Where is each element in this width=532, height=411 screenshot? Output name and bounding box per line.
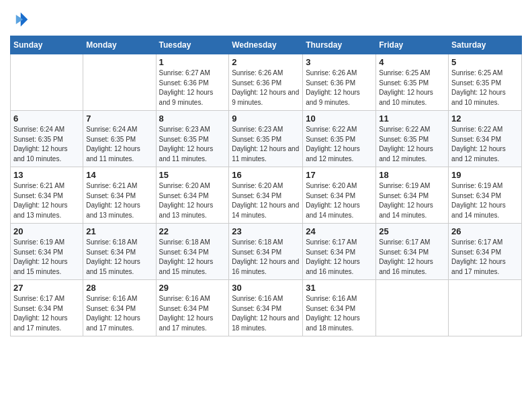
day-info: Sunrise: 6:22 AM Sunset: 6:35 PM Dayligh… [306,125,373,164]
day-info: Sunrise: 6:22 AM Sunset: 6:34 PM Dayligh… [451,125,519,164]
logo-icon [10,10,29,29]
day-number: 15 [159,170,226,180]
day-info: Sunrise: 6:23 AM Sunset: 6:35 PM Dayligh… [159,125,226,164]
day-info: Sunrise: 6:17 AM Sunset: 6:34 PM Dayligh… [306,238,373,277]
day-info: Sunrise: 6:26 AM Sunset: 6:36 PM Dayligh… [306,68,373,107]
day-info: Sunrise: 6:16 AM Sunset: 6:34 PM Dayligh… [232,294,300,333]
weekday-header-friday: Friday [376,36,449,54]
calendar-cell: 20Sunrise: 6:19 AM Sunset: 6:34 PM Dayli… [11,224,83,280]
day-info: Sunrise: 6:18 AM Sunset: 6:34 PM Dayligh… [86,238,152,277]
calendar-cell: 23Sunrise: 6:18 AM Sunset: 6:34 PM Dayli… [229,224,303,280]
calendar-cell: 31Sunrise: 6:16 AM Sunset: 6:34 PM Dayli… [303,280,376,336]
day-info: Sunrise: 6:25 AM Sunset: 6:35 PM Dayligh… [379,68,445,107]
day-info: Sunrise: 6:16 AM Sunset: 6:34 PM Dayligh… [86,294,152,333]
calendar-cell: 24Sunrise: 6:17 AM Sunset: 6:34 PM Dayli… [303,224,376,280]
day-number: 19 [451,170,519,180]
day-number: 13 [13,170,80,180]
calendar-cell: 30Sunrise: 6:16 AM Sunset: 6:34 PM Dayli… [229,280,303,336]
calendar-cell: 17Sunrise: 6:20 AM Sunset: 6:34 PM Dayli… [303,167,376,224]
day-number: 18 [379,170,445,180]
calendar-cell: 9Sunrise: 6:23 AM Sunset: 6:35 PM Daylig… [229,111,303,167]
calendar-cell: 12Sunrise: 6:22 AM Sunset: 6:34 PM Dayli… [449,111,522,167]
week-row-2: 6Sunrise: 6:24 AM Sunset: 6:35 PM Daylig… [11,111,522,167]
day-number: 14 [86,170,152,180]
day-info: Sunrise: 6:18 AM Sunset: 6:34 PM Dayligh… [232,238,300,277]
calendar-table: SundayMondayTuesdayWednesdayThursdayFrid… [10,36,522,336]
day-number: 25 [379,226,445,236]
day-info: Sunrise: 6:21 AM Sunset: 6:34 PM Dayligh… [86,181,152,220]
week-row-3: 13Sunrise: 6:21 AM Sunset: 6:34 PM Dayli… [11,167,522,224]
calendar-cell [11,54,83,111]
calendar-cell: 8Sunrise: 6:23 AM Sunset: 6:35 PM Daylig… [156,111,229,167]
calendar-cell: 28Sunrise: 6:16 AM Sunset: 6:34 PM Dayli… [83,280,156,336]
day-number: 12 [451,113,519,124]
weekday-header-saturday: Saturday [449,36,522,54]
day-info: Sunrise: 6:16 AM Sunset: 6:34 PM Dayligh… [306,294,373,333]
calendar-cell: 7Sunrise: 6:24 AM Sunset: 6:35 PM Daylig… [83,111,156,167]
day-info: Sunrise: 6:19 AM Sunset: 6:34 PM Dayligh… [379,181,445,220]
calendar-cell: 13Sunrise: 6:21 AM Sunset: 6:34 PM Dayli… [11,167,83,224]
day-number: 24 [306,226,373,236]
day-number: 29 [159,283,226,293]
day-number: 6 [13,113,80,124]
day-number: 17 [306,170,373,180]
weekday-header-sunday: Sunday [11,36,83,54]
day-number: 30 [232,283,300,293]
weekday-header-monday: Monday [83,36,156,54]
day-number: 22 [159,226,226,236]
calendar-cell: 15Sunrise: 6:20 AM Sunset: 6:34 PM Dayli… [156,167,229,224]
day-number: 21 [86,226,152,236]
calendar-cell: 4Sunrise: 6:25 AM Sunset: 6:35 PM Daylig… [376,54,449,111]
calendar-cell: 25Sunrise: 6:17 AM Sunset: 6:34 PM Dayli… [376,224,449,280]
day-info: Sunrise: 6:20 AM Sunset: 6:34 PM Dayligh… [159,181,226,220]
weekday-header-thursday: Thursday [303,36,376,54]
day-number: 23 [232,226,300,236]
calendar-cell: 11Sunrise: 6:22 AM Sunset: 6:35 PM Dayli… [376,111,449,167]
day-number: 8 [159,113,226,124]
day-info: Sunrise: 6:26 AM Sunset: 6:36 PM Dayligh… [232,68,300,107]
day-info: Sunrise: 6:21 AM Sunset: 6:34 PM Dayligh… [13,181,80,220]
calendar-body: 1Sunrise: 6:27 AM Sunset: 6:36 PM Daylig… [11,54,522,336]
day-number: 20 [13,226,80,236]
header [10,10,522,29]
day-number: 31 [306,283,373,293]
calendar-cell: 1Sunrise: 6:27 AM Sunset: 6:36 PM Daylig… [156,54,229,111]
weekday-header-tuesday: Tuesday [156,36,229,54]
week-row-1: 1Sunrise: 6:27 AM Sunset: 6:36 PM Daylig… [11,54,522,111]
calendar-cell: 18Sunrise: 6:19 AM Sunset: 6:34 PM Dayli… [376,167,449,224]
calendar-cell: 19Sunrise: 6:19 AM Sunset: 6:34 PM Dayli… [449,167,522,224]
calendar-cell: 2Sunrise: 6:26 AM Sunset: 6:36 PM Daylig… [229,54,303,111]
calendar-cell [376,280,449,336]
day-info: Sunrise: 6:22 AM Sunset: 6:35 PM Dayligh… [379,125,445,164]
week-row-5: 27Sunrise: 6:17 AM Sunset: 6:34 PM Dayli… [11,280,522,336]
calendar-cell: 5Sunrise: 6:25 AM Sunset: 6:35 PM Daylig… [449,54,522,111]
day-number: 1 [159,57,226,67]
day-number: 2 [232,57,300,67]
day-number: 7 [86,113,152,124]
day-info: Sunrise: 6:27 AM Sunset: 6:36 PM Dayligh… [159,68,226,107]
day-info: Sunrise: 6:24 AM Sunset: 6:35 PM Dayligh… [86,125,152,164]
day-number: 11 [379,113,445,124]
day-info: Sunrise: 6:24 AM Sunset: 6:35 PM Dayligh… [13,125,80,164]
logo [10,10,32,29]
calendar-cell: 16Sunrise: 6:20 AM Sunset: 6:34 PM Dayli… [229,167,303,224]
day-number: 26 [451,226,519,236]
day-number: 4 [379,57,445,67]
day-number: 5 [451,57,519,67]
day-info: Sunrise: 6:20 AM Sunset: 6:34 PM Dayligh… [306,181,373,220]
day-number: 27 [13,283,80,293]
day-info: Sunrise: 6:18 AM Sunset: 6:34 PM Dayligh… [159,238,226,277]
calendar-cell: 21Sunrise: 6:18 AM Sunset: 6:34 PM Dayli… [83,224,156,280]
calendar-cell: 14Sunrise: 6:21 AM Sunset: 6:34 PM Dayli… [83,167,156,224]
day-info: Sunrise: 6:17 AM Sunset: 6:34 PM Dayligh… [451,238,519,277]
day-info: Sunrise: 6:17 AM Sunset: 6:34 PM Dayligh… [13,294,80,333]
day-info: Sunrise: 6:23 AM Sunset: 6:35 PM Dayligh… [232,125,300,164]
calendar-cell: 3Sunrise: 6:26 AM Sunset: 6:36 PM Daylig… [303,54,376,111]
day-info: Sunrise: 6:17 AM Sunset: 6:34 PM Dayligh… [379,238,445,277]
day-info: Sunrise: 6:19 AM Sunset: 6:34 PM Dayligh… [13,238,80,277]
day-info: Sunrise: 6:19 AM Sunset: 6:34 PM Dayligh… [451,181,519,220]
day-number: 16 [232,170,300,180]
day-number: 28 [86,283,152,293]
calendar-cell [449,280,522,336]
day-info: Sunrise: 6:25 AM Sunset: 6:35 PM Dayligh… [451,68,519,107]
